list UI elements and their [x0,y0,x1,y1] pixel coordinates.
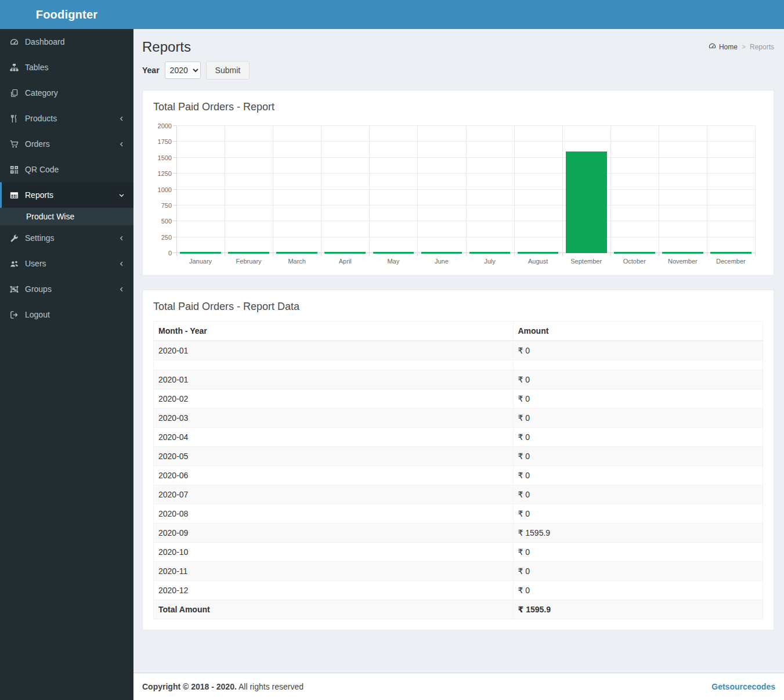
app-layout: Foodignter DashboardTablesCategoryProduc… [0,0,784,700]
sidebar-item-category[interactable]: Category [0,80,133,106]
month-year-cell: 2020-10 [154,543,514,562]
sidebar-item-groups[interactable]: Groups [0,276,133,302]
breadcrumb-home-link[interactable]: Home [709,42,738,52]
sidebar-subitem-product-wise[interactable]: Product Wise [0,208,133,225]
table-row: 2020-01₹ 0 [154,341,763,360]
x-axis-tick [417,253,418,256]
breadcrumb-current: Reports [750,43,774,51]
qrcode-icon [9,165,19,174]
x-axis-tick [610,253,611,256]
gridline [369,126,370,253]
x-axis-tick [707,253,707,256]
x-axis-label: October [610,258,659,265]
bar-august [518,252,559,254]
x-axis-tick [466,253,467,256]
amount-cell: ₹ 1595.9 [513,524,763,543]
sidebar: Foodignter DashboardTablesCategoryProduc… [0,0,133,700]
x-axis-label: July [465,258,514,265]
bar-october [614,252,655,254]
bar-june [421,252,463,254]
table-card: Total Paid Orders - Report Data Month - … [142,290,774,630]
bar-december [710,252,752,254]
getsourcecodes-link[interactable]: Getsourcecodes [711,682,775,691]
x-axis-tick [514,253,515,256]
amount-cell: ₹ 0 [513,389,763,409]
amount-cell: ₹ 0 [513,409,763,428]
table-row: 2020-03₹ 0 [154,409,763,428]
sidebar-item-products[interactable]: Products [0,106,133,131]
top-navbar [133,0,784,29]
total-amount-cell: ₹ 1595.9 [513,600,763,619]
table-row: 2020-04₹ 0 [154,428,763,447]
sidebar-item-qr-code[interactable]: QR Code [0,157,133,182]
x-axis-tick [176,253,177,256]
page-title: Reports [142,39,191,55]
sidebar-item-settings[interactable]: Settings [0,225,133,251]
amount-cell: ₹ 0 [513,370,763,389]
bar-november [662,252,703,254]
y-axis-label: 500 [150,218,172,225]
gridline [659,126,659,253]
x-axis-tick [369,253,370,256]
footer: Copyright © 2018 - 2020. All rights rese… [133,673,784,700]
amount-cell: ₹ 0 [513,341,763,360]
gridline [707,126,707,253]
year-select[interactable]: 2020 [165,62,201,79]
sidebar-item-tables[interactable]: Tables [0,55,133,80]
x-axis-label: May [369,258,417,265]
main-column: Reports Home > Reports Year 2020 Submit … [133,0,784,700]
gridline [514,126,515,253]
sidebar-item-label: Logout [25,310,50,319]
bar-april [324,252,366,254]
amount-cell: ₹ 0 [513,543,763,562]
month-year-cell [154,360,514,370]
y-axis-label: 0 [150,250,172,257]
table-row: 2020-10₹ 0 [154,543,763,562]
copyright-bold: Copyright © 2018 - 2020. [142,682,237,691]
y-axis-label: 2000 [150,123,172,129]
users-icon [9,259,19,268]
column-header-amount: Amount [513,322,763,341]
gridline [755,126,756,253]
table-row: 2020-12₹ 0 [154,581,763,600]
sidebar-toggle-button[interactable] [133,0,160,29]
y-axis-label: 1250 [150,171,172,177]
month-year-cell: 2020-07 [154,485,514,504]
gridline [321,126,321,253]
sidebar-item-logout[interactable]: Logout [0,302,133,327]
gridline [176,126,177,253]
table-row: 2020-02₹ 0 [154,389,763,409]
x-axis-tick [659,253,659,256]
table-empty-row [154,360,763,370]
sidebar-item-label: Dashboard [25,37,65,46]
month-year-cell: 2020-01 [154,370,514,389]
x-axis-label: March [273,258,321,265]
sidebar-item-orders[interactable]: Orders [0,131,133,157]
column-header-month-year: Month - Year [154,322,514,341]
bar-may [373,252,414,254]
sidebar-item-label: QR Code [25,165,59,174]
month-year-cell: 2020-08 [154,504,514,524]
gridline [273,126,273,253]
amount-cell: ₹ 0 [513,447,763,466]
report-data-table: Month - YearAmount 2020-01₹ 02020-01₹ 02… [153,321,763,619]
month-year-cell: 2020-06 [154,466,514,485]
sidebar-item-users[interactable]: Users [0,251,133,276]
month-year-cell: 2020-05 [154,447,514,466]
page-header: Reports Home > Reports [142,39,774,55]
y-axis-label: 250 [150,234,172,240]
sidebar-item-dashboard[interactable]: Dashboard [0,29,133,55]
month-year-cell: 2020-04 [154,428,514,447]
month-year-cell: 2020-03 [154,409,514,428]
x-axis-tick [273,253,273,256]
sitemap-icon [9,63,19,72]
sidebar-item-reports[interactable]: Reports [0,182,133,208]
submit-button[interactable]: Submit [206,61,250,80]
table-row: 2020-06₹ 0 [154,466,763,485]
month-year-cell: 2020-11 [154,562,514,581]
brand-logo[interactable]: Foodignter [0,0,133,29]
amount-cell: ₹ 0 [513,504,763,524]
gridline [562,126,563,253]
sidebar-menu: DashboardTablesCategoryProductsOrdersQR … [0,29,133,327]
amount-cell: ₹ 0 [513,428,763,447]
